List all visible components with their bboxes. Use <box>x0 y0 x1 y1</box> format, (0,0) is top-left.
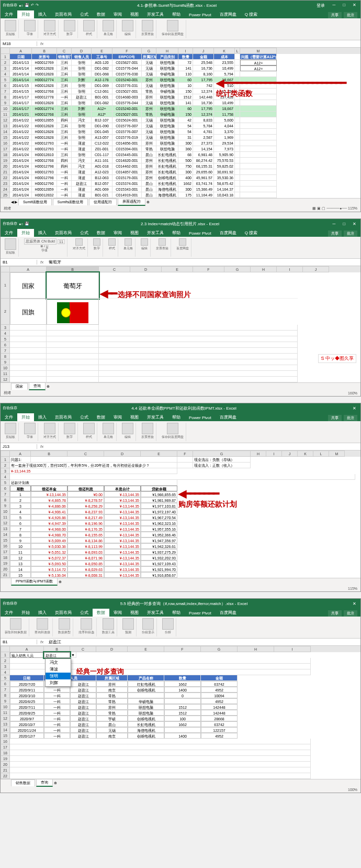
table-header[interactable]: 成本 <box>214 54 235 60</box>
tab-formulas[interactable]: 公式 <box>76 413 93 421</box>
col-header[interactable]: E <box>128 646 164 652</box>
data-cell[interactable]: A12+ <box>240 60 277 65</box>
data-cell[interactable]: D01-082 <box>92 65 112 71</box>
col-header[interactable]: B <box>44 646 70 652</box>
data-cell[interactable]: ¥1,967,270.54 <box>141 514 177 520</box>
data-cell[interactable]: C015776-031 <box>112 83 142 89</box>
data-cell[interactable]: 58,675.42 <box>214 181 235 186</box>
data-cell[interactable]: 赵盈江 <box>70 704 96 710</box>
data-cell[interactable]: ¥-13,144.35 <box>104 561 141 566</box>
close-icon[interactable]: ✕ <box>351 601 358 606</box>
data-cell[interactable]: 12,374 <box>193 112 214 117</box>
ribbon-icon[interactable] <box>5 423 16 434</box>
data-cell[interactable]: 联想电脑 <box>156 129 178 135</box>
data-cell[interactable]: 一科 <box>57 181 72 186</box>
data-cell[interactable]: 昆山 <box>142 192 156 198</box>
tab-baidu[interactable]: 百度网盘 <box>216 10 241 18</box>
data-cell[interactable]: 无锡 <box>96 727 128 733</box>
data-cell[interactable]: 2014/1/24 <box>10 158 32 163</box>
data-cell[interactable]: 红虹电视机 <box>128 681 164 687</box>
data-cell[interactable]: 6,981.48 <box>193 152 214 158</box>
invoice-icon[interactable] <box>159 238 166 246</box>
data-cell[interactable]: H00012774 <box>32 77 57 83</box>
data-cell[interactable]: 三科 <box>57 100 72 106</box>
data-cell[interactable]: 31 <box>178 135 193 140</box>
data-cell[interactable]: 薄波 <box>72 175 92 181</box>
data-cell[interactable]: 三科 <box>57 71 72 77</box>
data-cell[interactable]: 5,905.90 <box>214 152 235 158</box>
table-header[interactable]: ERPCO号 <box>112 54 142 60</box>
data-cell[interactable]: 1662 <box>178 181 193 186</box>
data-cell[interactable]: D01-045 <box>92 129 112 135</box>
sheet-tab[interactable]: 使用通配符 <box>89 199 117 205</box>
data-cell[interactable]: 10,043.18 <box>214 192 235 198</box>
plan-label[interactable]: 还款计划表 <box>10 480 177 486</box>
maximize-icon[interactable]: □ <box>341 3 347 8</box>
data-cell[interactable]: 2014/1/22 <box>10 123 32 129</box>
data-cell[interactable]: H00012828 <box>32 83 57 89</box>
font-name-select[interactable]: 思源黑体 CN Bold <box>24 238 57 245</box>
data-cell[interactable]: ¥-4,865.78 <box>31 497 67 503</box>
data-cell[interactable]: 2014/1/17 <box>10 100 32 106</box>
underline-icon[interactable]: U <box>46 245 48 248</box>
col-header[interactable]: K <box>298 451 313 457</box>
data-cell[interactable]: 刘辉 <box>72 77 92 83</box>
data-cell[interactable]: 无锡 <box>142 71 156 77</box>
data-cell[interactable]: C015445-001 <box>112 152 142 158</box>
data-cell[interactable]: 创维电视机 <box>128 733 164 739</box>
col-header[interactable]: G <box>201 646 238 652</box>
data-cell[interactable]: 1662 <box>164 681 201 687</box>
data-cell[interactable] <box>240 186 277 192</box>
ribbon-icon[interactable] <box>81 618 92 630</box>
row-header[interactable]: 19 <box>1 561 10 566</box>
new-sheet-icon[interactable]: ⊕ <box>54 781 57 785</box>
data-cell[interactable]: 无锡 <box>142 100 156 106</box>
data-cell[interactable]: 三科 <box>57 83 72 89</box>
close-icon[interactable]: ✕ <box>351 406 358 411</box>
data-cell[interactable]: 2020/6/25 <box>10 698 44 704</box>
data-cell[interactable]: 4,044 <box>214 123 235 129</box>
data-cell[interactable]: 122157 <box>201 727 238 733</box>
data-cell[interactable]: 一科 <box>57 175 72 181</box>
zoom-level[interactable]: 115% <box>348 206 357 210</box>
tab-layout[interactable]: 页面布局 <box>51 413 76 421</box>
data-cell[interactable]: 冯文 <box>72 158 92 163</box>
data-cell[interactable]: 5 <box>10 514 31 520</box>
data-cell[interactable]: 2 <box>10 497 31 503</box>
col-header[interactable]: H <box>238 646 274 652</box>
row-header[interactable]: 12 <box>1 377 10 382</box>
data-cell[interactable] <box>240 181 277 186</box>
row-header[interactable]: 18 <box>1 555 10 561</box>
data-cell[interactable]: D01-069 <box>92 83 112 89</box>
data-cell[interactable]: 长虹电视机 <box>156 163 178 169</box>
data-cell[interactable]: 联想电脑 <box>156 83 178 89</box>
data-cell[interactable]: 4952 <box>201 698 238 704</box>
data-cell[interactable]: 三科 <box>57 112 72 117</box>
data-cell[interactable]: 3 <box>10 503 31 509</box>
data-cell[interactable]: 2020/12/7 <box>10 733 44 739</box>
data-cell[interactable]: 10 <box>10 543 31 549</box>
col-header[interactable]: I <box>178 48 193 54</box>
data-cell[interactable]: 2014/1/24 <box>10 186 32 192</box>
data-cell[interactable]: 2014/1/17 <box>10 106 32 112</box>
row-header[interactable]: 16 <box>1 140 10 146</box>
name-box[interactable]: J13 <box>1 444 37 449</box>
data-cell[interactable]: ¥1,937,275.29 <box>141 549 177 555</box>
data-cell[interactable]: 一科 <box>44 704 70 710</box>
data-cell[interactable]: 2014/1/15 <box>10 89 32 94</box>
row-header[interactable]: 4 <box>1 669 10 675</box>
tab-review[interactable]: 审阅 <box>109 229 126 237</box>
data-cell[interactable]: C015027-001 <box>112 89 142 94</box>
row-header[interactable]: 3 <box>1 325 10 331</box>
data-cell[interactable]: 赵盈江 <box>70 716 96 721</box>
row-header[interactable]: 9 <box>1 100 10 106</box>
data-cell[interactable]: H00012832 <box>32 192 57 198</box>
ribbon-icon[interactable] <box>122 20 133 31</box>
note-cell[interactable]: 现金流出：负数（存钱） <box>193 457 251 463</box>
tab-search[interactable]: Q 搜索 <box>241 10 262 18</box>
data-cell[interactable]: 10,499 <box>214 100 235 106</box>
data-cell[interactable]: A01-018 <box>92 163 112 169</box>
data-cell[interactable]: 常熟 <box>142 112 156 117</box>
table-header[interactable]: 发票号 <box>32 54 57 60</box>
data-cell[interactable]: ¥-8,071.98 <box>67 555 104 561</box>
